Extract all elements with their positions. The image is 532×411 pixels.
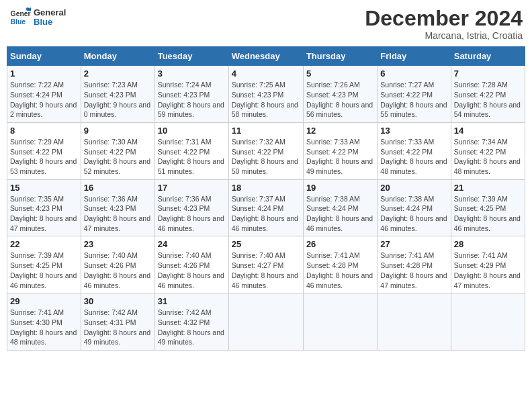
day-number: 16 [84,183,152,193]
day-info: Sunrise: 7:37 AMSunset: 4:24 PMDaylight:… [232,195,298,232]
day-info: Sunrise: 7:40 AMSunset: 4:27 PMDaylight:… [232,251,298,289]
day-info: Sunrise: 7:25 AMSunset: 4:23 PMDaylight:… [232,81,298,118]
day-info: Sunrise: 7:36 AMSunset: 4:23 PMDaylight:… [84,195,150,232]
day-number: 17 [158,183,226,193]
day-number: 18 [232,183,300,193]
calendar-cell [378,293,451,351]
day-info: Sunrise: 7:24 AMSunset: 4:23 PMDaylight:… [158,81,224,118]
day-number: 11 [232,126,300,136]
day-info: Sunrise: 7:31 AMSunset: 4:22 PMDaylight:… [158,138,224,175]
day-number: 31 [158,296,226,306]
calendar-cell: 26Sunrise: 7:41 AMSunset: 4:28 PMDayligh… [303,236,377,293]
day-info: Sunrise: 7:33 AMSunset: 4:22 PMDaylight:… [306,138,373,175]
day-number: 26 [306,239,374,249]
day-number: 27 [380,239,447,249]
header-monday: Monday [81,47,154,66]
day-info: Sunrise: 7:34 AMSunset: 4:22 PMDaylight:… [454,138,521,175]
page-header: General Blue General Blue December 2024 … [7,7,525,41]
calendar-cell: 15Sunrise: 7:35 AMSunset: 4:23 PMDayligh… [7,179,81,236]
title-block: December 2024 Marcana, Istria, Croatia [365,7,523,41]
day-number: 2 [84,68,152,79]
day-number: 13 [380,126,447,136]
day-number: 4 [232,68,300,79]
header-sunday: Sunday [7,47,81,66]
day-info: Sunrise: 7:32 AMSunset: 4:22 PMDaylight:… [232,138,298,175]
calendar-cell: 29Sunrise: 7:41 AMSunset: 4:30 PMDayligh… [7,293,81,351]
day-info: Sunrise: 7:39 AMSunset: 4:25 PMDaylight:… [454,195,521,232]
calendar-cell: 13Sunrise: 7:33 AMSunset: 4:22 PMDayligh… [378,122,451,179]
header-tuesday: Tuesday [154,47,228,66]
calendar-cell: 20Sunrise: 7:38 AMSunset: 4:24 PMDayligh… [378,179,451,236]
header-thursday: Thursday [303,47,377,66]
calendar-cell: 17Sunrise: 7:36 AMSunset: 4:23 PMDayligh… [154,179,228,236]
day-number: 15 [10,183,78,193]
day-number: 5 [306,68,374,79]
day-info: Sunrise: 7:29 AMSunset: 4:22 PMDaylight:… [10,138,77,175]
calendar-cell: 14Sunrise: 7:34 AMSunset: 4:22 PMDayligh… [451,122,525,179]
day-number: 24 [158,239,226,249]
calendar-cell [303,293,377,351]
calendar-cell: 10Sunrise: 7:31 AMSunset: 4:22 PMDayligh… [154,122,228,179]
day-info: Sunrise: 7:23 AMSunset: 4:23 PMDaylight:… [84,81,150,118]
day-info: Sunrise: 7:42 AMSunset: 4:32 PMDaylight:… [158,308,224,346]
day-number: 14 [454,126,522,136]
calendar-subtitle: Marcana, Istria, Croatia [365,30,523,41]
calendar-cell: 1Sunrise: 7:22 AMSunset: 4:24 PMDaylight… [7,66,81,123]
calendar-cell [228,293,303,351]
calendar-cell: 7Sunrise: 7:28 AMSunset: 4:22 PMDaylight… [451,66,525,123]
day-number: 9 [84,126,152,136]
calendar-cell: 3Sunrise: 7:24 AMSunset: 4:23 PMDaylight… [154,66,228,123]
day-number: 3 [158,68,226,79]
calendar-cell: 8Sunrise: 7:29 AMSunset: 4:22 PMDaylight… [7,122,81,179]
day-info: Sunrise: 7:40 AMSunset: 4:26 PMDaylight:… [84,251,150,289]
calendar-cell: 23Sunrise: 7:40 AMSunset: 4:26 PMDayligh… [81,236,154,293]
calendar-title: December 2024 [365,7,523,30]
calendar-cell: 31Sunrise: 7:42 AMSunset: 4:32 PMDayligh… [154,293,228,351]
calendar-cell: 22Sunrise: 7:39 AMSunset: 4:25 PMDayligh… [7,236,81,293]
day-number: 1 [10,68,78,79]
calendar-week-5: 29Sunrise: 7:41 AMSunset: 4:30 PMDayligh… [7,293,525,351]
calendar-table: SundayMondayTuesdayWednesdayThursdayFrid… [7,46,525,351]
calendar-cell: 2Sunrise: 7:23 AMSunset: 4:23 PMDaylight… [81,66,154,123]
day-info: Sunrise: 7:39 AMSunset: 4:25 PMDaylight:… [10,251,77,289]
day-info: Sunrise: 7:35 AMSunset: 4:23 PMDaylight:… [10,195,77,232]
day-info: Sunrise: 7:30 AMSunset: 4:22 PMDaylight:… [84,138,150,175]
calendar-cell: 21Sunrise: 7:39 AMSunset: 4:25 PMDayligh… [451,179,525,236]
logo-icon: General Blue [9,7,31,28]
svg-text:Blue: Blue [11,18,26,26]
day-info: Sunrise: 7:41 AMSunset: 4:30 PMDaylight:… [10,308,77,346]
day-number: 30 [84,296,152,306]
header-saturday: Saturday [451,47,525,66]
day-number: 7 [454,68,522,79]
calendar-cell: 28Sunrise: 7:41 AMSunset: 4:29 PMDayligh… [451,236,525,293]
day-info: Sunrise: 7:22 AMSunset: 4:24 PMDaylight:… [10,81,77,118]
day-info: Sunrise: 7:26 AMSunset: 4:23 PMDaylight:… [306,81,373,118]
day-info: Sunrise: 7:28 AMSunset: 4:22 PMDaylight:… [454,81,521,118]
calendar-header-row: SundayMondayTuesdayWednesdayThursdayFrid… [7,47,525,66]
day-info: Sunrise: 7:27 AMSunset: 4:22 PMDaylight:… [380,81,447,118]
calendar-cell: 6Sunrise: 7:27 AMSunset: 4:22 PMDaylight… [378,66,451,123]
day-info: Sunrise: 7:38 AMSunset: 4:24 PMDaylight:… [380,195,447,232]
day-number: 29 [10,296,78,306]
day-number: 23 [84,239,152,249]
logo-blue: Blue [34,17,66,27]
day-number: 25 [232,239,300,249]
day-info: Sunrise: 7:38 AMSunset: 4:24 PMDaylight:… [306,195,373,232]
calendar-cell: 4Sunrise: 7:25 AMSunset: 4:23 PMDaylight… [228,66,303,123]
day-number: 28 [454,239,522,249]
calendar-week-1: 1Sunrise: 7:22 AMSunset: 4:24 PMDaylight… [7,66,525,123]
calendar-cell: 30Sunrise: 7:42 AMSunset: 4:31 PMDayligh… [81,293,154,351]
day-number: 10 [158,126,226,136]
day-info: Sunrise: 7:40 AMSunset: 4:26 PMDaylight:… [158,251,224,289]
day-number: 21 [454,183,522,193]
header-wednesday: Wednesday [228,47,303,66]
svg-text:General: General [11,10,31,17]
day-info: Sunrise: 7:36 AMSunset: 4:23 PMDaylight:… [158,195,224,232]
calendar-cell: 11Sunrise: 7:32 AMSunset: 4:22 PMDayligh… [228,122,303,179]
calendar-cell: 16Sunrise: 7:36 AMSunset: 4:23 PMDayligh… [81,179,154,236]
day-number: 8 [10,126,78,136]
logo-general: General [34,8,66,17]
day-number: 6 [380,68,447,79]
day-info: Sunrise: 7:41 AMSunset: 4:29 PMDaylight:… [454,251,521,289]
day-info: Sunrise: 7:41 AMSunset: 4:28 PMDaylight:… [306,251,373,289]
